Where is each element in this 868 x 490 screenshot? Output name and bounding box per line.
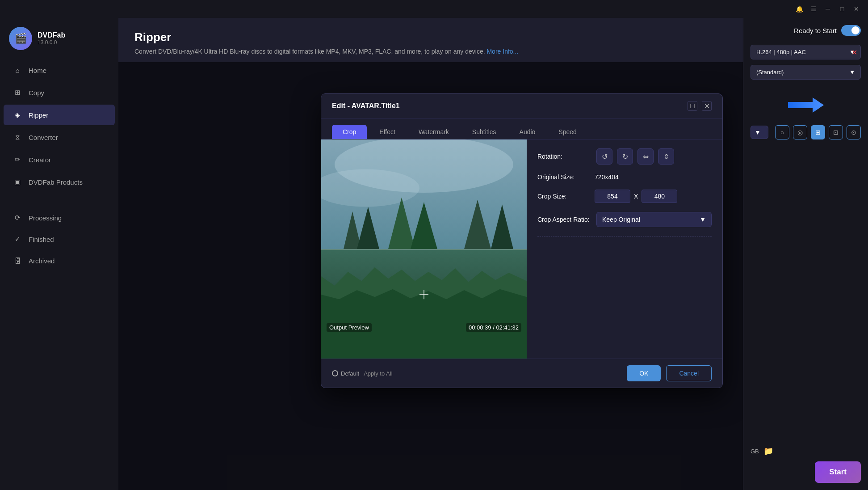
- modal-close-icon[interactable]: ✕: [702, 101, 712, 111]
- sidebar: 🎬 DVDFab 13.0.0.0 ⌂ Home ⊞ Copy ◈ Ripper…: [0, 18, 118, 490]
- close-icon[interactable]: ✕: [852, 4, 861, 13]
- format-dropdown[interactable]: H.264 | 480p | AAC ▼: [751, 45, 861, 59]
- maximize-icon[interactable]: □: [838, 4, 847, 13]
- app-logo-icon: 🎬: [9, 27, 32, 50]
- sidebar-item-archived[interactable]: 🗄 Archived: [4, 250, 115, 271]
- icon-btn-5[interactable]: ⊙: [847, 125, 861, 139]
- icon-btn-1[interactable]: ○: [775, 125, 789, 139]
- archived-icon: 🗄: [13, 256, 22, 266]
- output-preview-label: Output Preview: [327, 323, 372, 332]
- original-size-row: Original Size: 720x404: [537, 173, 712, 181]
- page-title: Ripper: [134, 30, 727, 44]
- ready-toggle[interactable]: [841, 25, 861, 36]
- sidebar-item-copy[interactable]: ⊞ Copy: [4, 82, 115, 103]
- crop-width-input[interactable]: [595, 190, 630, 203]
- standard-label: (Standard): [756, 69, 784, 76]
- sidebar-item-ripper[interactable]: ◈ Ripper: [4, 105, 115, 125]
- notification-icon[interactable]: 🔔: [795, 4, 804, 13]
- modal-tabs: Crop Effect Watermark Subtitles Audio Sp…: [321, 118, 722, 139]
- controls-panel: Rotation: ↺ ↻ ⇔ ⇕: [527, 139, 722, 359]
- radio-icon: [332, 370, 338, 376]
- tab-speed[interactable]: Speed: [548, 125, 587, 139]
- panel-close-icon[interactable]: ✕: [851, 48, 857, 57]
- standard-chevron-icon: ▼: [849, 69, 855, 76]
- sidebar-item-label-home: Home: [29, 67, 46, 74]
- default-label: Default: [341, 370, 359, 377]
- crop-aspect-label: Crop Aspect Ratio:: [537, 216, 591, 223]
- modal-maximize-icon[interactable]: □: [688, 101, 697, 111]
- preview-panel: Output Preview 00:00:39 / 02:41:32: [321, 139, 527, 359]
- app-logo: 🎬 DVDFab 13.0.0.0: [0, 23, 118, 59]
- video-preview: Output Preview 00:00:39 / 02:41:32: [321, 139, 527, 359]
- creator-icon: ✏: [13, 155, 22, 165]
- app-logo-text: DVDFab 13.0.0.0: [38, 31, 65, 46]
- sidebar-item-finished[interactable]: ✓ Finished: [4, 229, 115, 249]
- main-content: Ripper Convert DVD/Blu-ray/4K Ultra HD B…: [118, 18, 743, 490]
- sidebar-item-processing[interactable]: ⟳ Processing: [4, 207, 115, 228]
- rotation-row: Rotation: ↺ ↻ ⇔ ⇕: [537, 148, 712, 165]
- small-dropdown[interactable]: ▼: [751, 126, 768, 139]
- tab-effect[interactable]: Effect: [369, 125, 406, 139]
- standard-dropdown[interactable]: (Standard) ▼: [751, 65, 861, 80]
- icon-btn-2[interactable]: ◎: [793, 125, 807, 139]
- icon-btn-4[interactable]: ⊡: [829, 125, 843, 139]
- crop-aspect-row: Crop Aspect Ratio: Keep Original ▼: [537, 212, 712, 227]
- right-panel: Ready to Start ✕ H.264 | 480p | AAC ▼ (S…: [743, 18, 868, 490]
- icon-btn-3[interactable]: ⊞: [811, 125, 825, 139]
- flip-h-btn[interactable]: ⇔: [637, 148, 654, 165]
- ripper-description: Convert DVD/Blu-ray/4K Ultra HD Blu-ray …: [134, 48, 727, 55]
- sidebar-item-label-products: DVDFab Products: [29, 178, 83, 186]
- crop-height-input[interactable]: [642, 190, 677, 203]
- app-window: 🔔 ☰ ─ □ ✕ 🎬 DVDFab 13.0.0.0 ⌂ Home ⊞ Cop…: [0, 0, 868, 490]
- minimize-icon[interactable]: ─: [823, 4, 832, 13]
- small-chevron-icon: ▼: [755, 129, 761, 136]
- tab-crop[interactable]: Crop: [332, 125, 367, 139]
- products-icon: ▣: [13, 177, 22, 187]
- original-size-label: Original Size:: [537, 173, 591, 181]
- menu-icon[interactable]: ☰: [809, 4, 818, 13]
- crop-aspect-value: Keep Original: [602, 216, 640, 223]
- flip-v-btn[interactable]: ⇕: [658, 148, 674, 165]
- processing-icon: ⟳: [13, 213, 22, 223]
- crop-aspect-dropdown[interactable]: Keep Original ▼: [596, 212, 712, 227]
- rotate-cw-btn[interactable]: ↻: [617, 148, 633, 165]
- more-controls: [537, 236, 712, 263]
- rotate-ccw-btn[interactable]: ↺: [596, 148, 612, 165]
- rotation-label: Rotation:: [537, 153, 591, 160]
- apply-to-all-button[interactable]: Apply to All: [364, 370, 392, 377]
- sidebar-item-home[interactable]: ⌂ Home: [4, 60, 115, 80]
- modal-overlay: Edit - AVATAR.Title1 □ ✕ Crop Effect Wat…: [118, 62, 743, 490]
- sidebar-item-dvdfab-products[interactable]: ▣ DVDFab Products: [4, 172, 115, 192]
- folder-icon[interactable]: 📁: [763, 446, 773, 456]
- more-info-link[interactable]: More Info...: [486, 48, 518, 55]
- app-version: 13.0.0.0: [38, 39, 65, 46]
- arrow-container: [751, 94, 861, 116]
- home-icon: ⌂: [13, 65, 22, 75]
- cancel-button[interactable]: Cancel: [666, 365, 712, 381]
- ripper-body: Edit - AVATAR.Title1 □ ✕ Crop Effect Wat…: [118, 62, 743, 490]
- chevron-down-icon: ▼: [700, 216, 706, 223]
- converter-icon: ⧖: [13, 132, 22, 142]
- sidebar-item-label-creator: Creator: [29, 156, 51, 164]
- sidebar-item-label-processing: Processing: [29, 214, 62, 222]
- rotation-buttons: ↺ ↻ ⇔ ⇕: [596, 148, 674, 165]
- crop-x-label: X: [634, 193, 638, 200]
- sidebar-item-converter[interactable]: ⧖ Converter: [4, 127, 115, 148]
- sidebar-item-label-converter: Converter: [29, 134, 58, 141]
- start-button[interactable]: Start: [815, 461, 861, 483]
- tab-audio[interactable]: Audio: [509, 125, 546, 139]
- sidebar-item-label-ripper: Ripper: [29, 111, 48, 119]
- original-size-value: 720x404: [595, 173, 619, 181]
- footer-right: OK Cancel: [627, 365, 712, 381]
- ready-to-start-label: Ready to Start: [794, 27, 837, 34]
- ok-button[interactable]: OK: [627, 365, 661, 381]
- default-radio[interactable]: Default: [332, 370, 359, 377]
- bottom-controls: GB 📁 Start: [751, 437, 861, 483]
- tab-subtitles[interactable]: Subtitles: [461, 125, 507, 139]
- edit-dialog: Edit - AVATAR.Title1 □ ✕ Crop Effect Wat…: [321, 93, 723, 388]
- modal-controls: □ ✕: [688, 101, 712, 111]
- tab-watermark[interactable]: Watermark: [408, 125, 460, 139]
- crop-size-label: Crop Size:: [537, 193, 591, 200]
- sidebar-item-label-finished: Finished: [29, 236, 54, 243]
- sidebar-item-creator[interactable]: ✏ Creator: [4, 149, 115, 170]
